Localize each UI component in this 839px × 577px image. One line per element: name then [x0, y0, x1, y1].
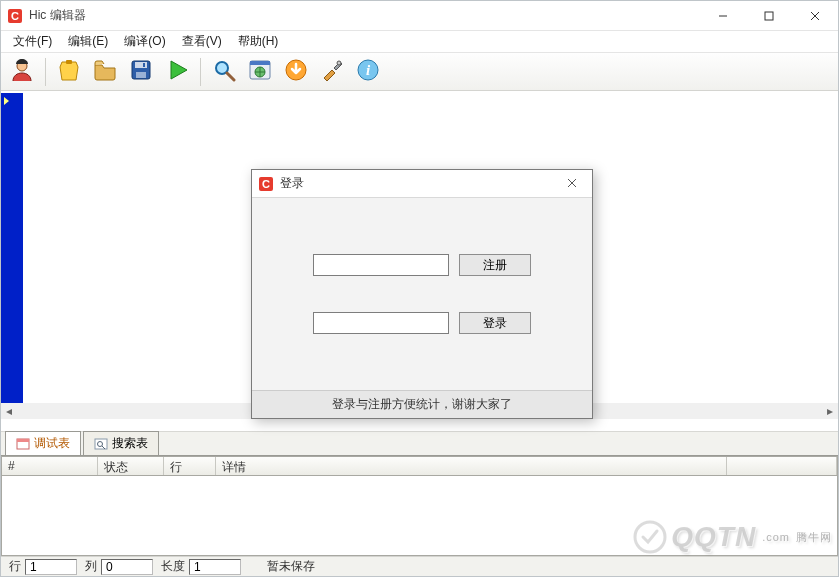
status-row-label: 行 — [1, 558, 25, 575]
toolbar-save-button[interactable] — [124, 56, 158, 88]
toolbar-tools-button[interactable] — [315, 56, 349, 88]
dialog-body: 注册 登录 登录与注册方便统计，谢谢大家了 — [252, 198, 592, 418]
status-col-label: 列 — [77, 558, 101, 575]
menu-help[interactable]: 帮助(H) — [230, 31, 287, 52]
titlebar: C Hic 编辑器 — [1, 1, 838, 31]
toolbar-download-button[interactable] — [279, 56, 313, 88]
clipboard-icon — [57, 58, 81, 85]
bottom-tabs: 调试表 搜索表 — [1, 431, 838, 455]
editor-gutter — [1, 93, 23, 419]
play-icon — [165, 58, 189, 85]
user-icon — [10, 58, 34, 85]
svg-rect-16 — [250, 61, 270, 65]
col-detail[interactable]: 详情 — [216, 457, 727, 475]
svg-marker-12 — [171, 61, 187, 79]
login-dialog: C 登录 注册 登录 登录与注册方便统计，谢谢大家了 — [251, 169, 593, 419]
menu-file[interactable]: 文件(F) — [5, 31, 60, 52]
svg-rect-24 — [95, 439, 107, 449]
menu-edit[interactable]: 编辑(E) — [60, 31, 116, 52]
toolbar-clipboard-button[interactable] — [52, 56, 86, 88]
tab-search-label: 搜索表 — [112, 435, 148, 452]
login-button[interactable]: 登录 — [459, 312, 531, 334]
status-len-value: 1 — [189, 559, 241, 575]
svg-rect-9 — [135, 62, 147, 68]
folder-icon — [93, 58, 117, 85]
maximize-button[interactable] — [746, 1, 792, 30]
window-title: Hic 编辑器 — [29, 7, 700, 24]
svg-rect-3 — [765, 12, 773, 20]
search-icon — [212, 58, 236, 85]
app-icon: C — [7, 8, 23, 24]
status-save-state: 暂未保存 — [259, 558, 319, 575]
scroll-left-icon[interactable]: ◂ — [1, 403, 17, 419]
tab-debug-label: 调试表 — [34, 435, 70, 452]
app-window: C Hic 编辑器 文件(F) 编辑(E) 编译(O) 查看(V) 帮助(H) — [0, 0, 839, 577]
register-button[interactable]: 注册 — [459, 254, 531, 276]
status-col-value: 0 — [101, 559, 153, 575]
svg-point-19 — [337, 61, 341, 65]
toolbar-browser-button[interactable] — [243, 56, 277, 88]
menubar: 文件(F) 编辑(E) 编译(O) 查看(V) 帮助(H) — [1, 31, 838, 53]
search-tab-icon — [94, 437, 108, 451]
gutter-caret-icon — [4, 97, 9, 105]
window-controls — [700, 1, 838, 30]
toolbar: i — [1, 53, 838, 91]
col-status[interactable]: 状态 — [98, 457, 164, 475]
toolbar-separator — [200, 58, 201, 86]
tools-icon — [320, 58, 344, 85]
status-len-label: 长度 — [153, 558, 189, 575]
help-icon: i — [356, 58, 380, 85]
svg-line-14 — [227, 73, 234, 80]
toolbar-separator — [45, 58, 46, 86]
statusbar: 行 1 列 0 长度 1 暂未保存 — [1, 556, 838, 576]
dialog-title: 登录 — [280, 175, 558, 192]
svg-rect-11 — [143, 63, 145, 67]
toolbar-folder-button[interactable] — [88, 56, 122, 88]
debug-grid-panel: # 状态 行 详情 — [1, 455, 838, 556]
register-row: 注册 — [270, 254, 574, 276]
col-line[interactable]: 行 — [164, 457, 216, 475]
svg-rect-23 — [17, 439, 29, 442]
login-input[interactable] — [313, 312, 449, 334]
toolbar-help-button[interactable]: i — [351, 56, 385, 88]
save-icon — [129, 58, 153, 85]
svg-rect-7 — [66, 60, 72, 64]
debug-tab-icon — [16, 437, 30, 451]
dialog-app-icon: C — [258, 176, 274, 192]
svg-text:C: C — [262, 178, 270, 190]
menu-view[interactable]: 查看(V) — [174, 31, 230, 52]
minimize-button[interactable] — [700, 1, 746, 30]
scroll-right-icon[interactable]: ▸ — [822, 403, 838, 419]
download-icon — [284, 58, 308, 85]
svg-rect-10 — [136, 72, 146, 78]
toolbar-search-button[interactable] — [207, 56, 241, 88]
login-row: 登录 — [270, 312, 574, 334]
register-input[interactable] — [313, 254, 449, 276]
globe-icon — [248, 58, 272, 85]
grid-body[interactable] — [1, 476, 838, 556]
dialog-footer: 登录与注册方便统计，谢谢大家了 — [252, 390, 592, 418]
dialog-close-button[interactable] — [558, 170, 586, 198]
dialog-titlebar[interactable]: C 登录 — [252, 170, 592, 198]
status-row-value: 1 — [25, 559, 77, 575]
tab-debug[interactable]: 调试表 — [5, 431, 81, 456]
toolbar-user-button[interactable] — [5, 56, 39, 88]
svg-text:C: C — [11, 10, 19, 22]
tab-search[interactable]: 搜索表 — [83, 431, 159, 456]
col-spare[interactable] — [727, 457, 837, 475]
col-index[interactable]: # — [2, 457, 98, 475]
menu-compile[interactable]: 编译(O) — [116, 31, 173, 52]
close-button[interactable] — [792, 1, 838, 30]
toolbar-run-button[interactable] — [160, 56, 194, 88]
close-icon — [567, 177, 577, 191]
grid-header: # 状态 行 详情 — [1, 456, 838, 476]
